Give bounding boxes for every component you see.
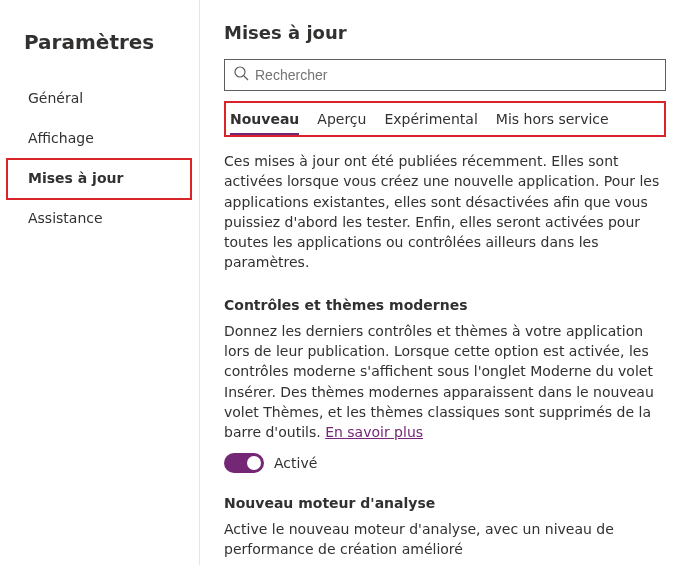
toggle-row-modern: Activé [224,453,666,473]
search-input[interactable] [255,67,657,83]
sidebar-item-support[interactable]: Assistance [0,198,199,238]
sidebar-title: Paramètres [0,30,199,78]
tabs-highlight-box: Nouveau Aperçu Expérimental Mis hors ser… [224,101,666,137]
section-analysis-engine: Nouveau moteur d'analyse Active le nouve… [224,495,666,565]
tab-retired[interactable]: Mis hors service [496,109,609,129]
section-desc-analysis: Active le nouveau moteur d'analyse, avec… [224,519,666,560]
page-title: Mises à jour [224,22,666,43]
section-desc-modern: Donnez les derniers contrôles et thèmes … [224,321,666,443]
update-tabs: Nouveau Aperçu Expérimental Mis hors ser… [226,109,664,129]
svg-point-0 [235,67,245,77]
tab-preview[interactable]: Aperçu [317,109,366,129]
section-desc-modern-text: Donnez les derniers contrôles et thèmes … [224,323,654,440]
search-icon [233,65,249,85]
toggle-label-modern: Activé [274,455,317,471]
main-panel: Mises à jour Nouveau Aperçu Expérimental… [200,0,690,565]
toggle-modern-controls[interactable] [224,453,264,473]
search-box[interactable] [224,59,666,91]
sidebar-item-display[interactable]: Affichage [0,118,199,158]
intro-text: Ces mises à jour ont été publiées récemm… [224,151,666,273]
svg-line-1 [244,76,248,80]
section-title-analysis: Nouveau moteur d'analyse [224,495,666,511]
tab-experimental[interactable]: Expérimental [384,109,477,129]
tab-new[interactable]: Nouveau [230,109,299,129]
section-title-modern: Contrôles et thèmes modernes [224,297,666,313]
sidebar-item-updates[interactable]: Mises à jour [0,158,199,198]
learn-more-link[interactable]: En savoir plus [325,424,423,440]
sidebar-item-general[interactable]: Général [0,78,199,118]
settings-sidebar: Paramètres Général Affichage Mises à jou… [0,0,200,565]
section-modern-controls: Contrôles et thèmes modernes Donnez les … [224,297,666,473]
